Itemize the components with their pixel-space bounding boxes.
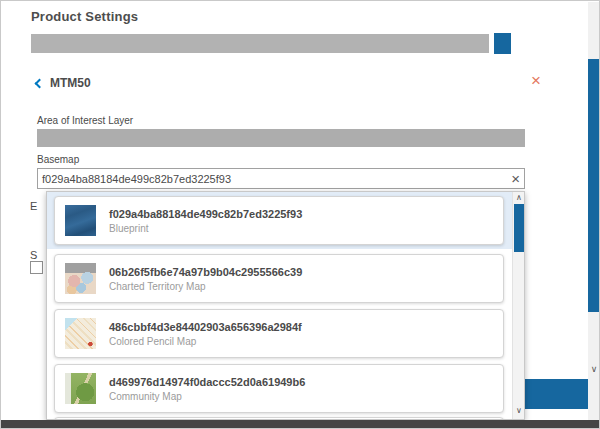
basemap-item-id: f029a4ba88184de499c82b7ed3225f93 [109,208,302,220]
basemap-item-id: 486cbbf4d3e84402903a656396a2984f [109,321,302,333]
dropdown-scrollbar-thumb[interactable] [514,204,524,252]
dialog-scroll-down-icon[interactable]: ∨ [588,364,600,374]
obscured-checkbox[interactable] [30,261,43,274]
redacted-header-bar [31,34,489,53]
dropdown-scrollbar[interactable]: ∧ ∨ [512,192,524,419]
basemap-combobox[interactable]: f029a4ba88184de499c82b7ed3225f93 × [37,168,525,189]
basemap-thumbnail-colored-pencil [65,318,96,349]
basemap-label: Basemap [37,154,79,165]
basemap-item-id: 06b26f5fb6e74a97b9b04c2955566c39 [109,266,302,278]
list-item[interactable]: 486cbbf4d3e84402903a656396a2984f Colored… [54,309,504,358]
primary-action-button[interactable] [523,379,588,409]
dialog-scrollbar[interactable]: ∨ [588,2,600,420]
product-settings-dialog: Product Settings MTM50 × Area of Interes… [0,0,600,429]
list-item[interactable]: f029a4ba88184de499c82b7ed3225f93 Bluepri… [54,196,504,245]
aoi-layer-input[interactable] [37,129,525,147]
basemap-item-name: Blueprint [109,223,302,234]
list-item[interactable]: 06b26f5fb6e74a97b9b04c2955566c39 Charted… [54,254,504,303]
back-link[interactable]: MTM50 [36,76,91,90]
obscured-field-label-s: S [30,249,37,261]
basemap-item-name: Community Map [109,391,305,402]
page-title: Product Settings [31,9,138,24]
window-bottom-edge [1,420,600,429]
back-link-label: MTM50 [50,76,91,90]
basemap-item-id: d469976d14974f0daccc52d0a61949b6 [109,376,305,388]
basemap-item-name: Colored Pencil Map [109,336,302,347]
basemap-thumbnail-charted-territory [65,263,96,294]
basemap-thumbnail-blueprint [65,205,96,236]
scroll-up-icon[interactable]: ∧ [513,193,525,203]
list-item[interactable]: d469976d14974f0daccc52d0a61949b6 Communi… [54,364,504,413]
dialog-scrollbar-thumb[interactable] [588,59,600,312]
clear-icon[interactable]: × [509,171,524,186]
basemap-item-name: Charted Territory Map [109,281,302,292]
obscured-field-label-e: E [30,200,37,212]
basemap-thumbnail-community [65,373,96,404]
header-action-square[interactable] [494,33,511,54]
close-icon[interactable]: × [531,72,541,89]
aoi-layer-label: Area of Interest Layer [37,115,133,126]
chevron-left-icon [35,79,45,89]
basemap-input-value[interactable]: f029a4ba88184de499c82b7ed3225f93 [38,173,509,185]
basemap-dropdown-list: f029a4ba88184de499c82b7ed3225f93 Bluepri… [46,191,525,420]
scroll-down-icon[interactable]: ∨ [513,406,525,416]
